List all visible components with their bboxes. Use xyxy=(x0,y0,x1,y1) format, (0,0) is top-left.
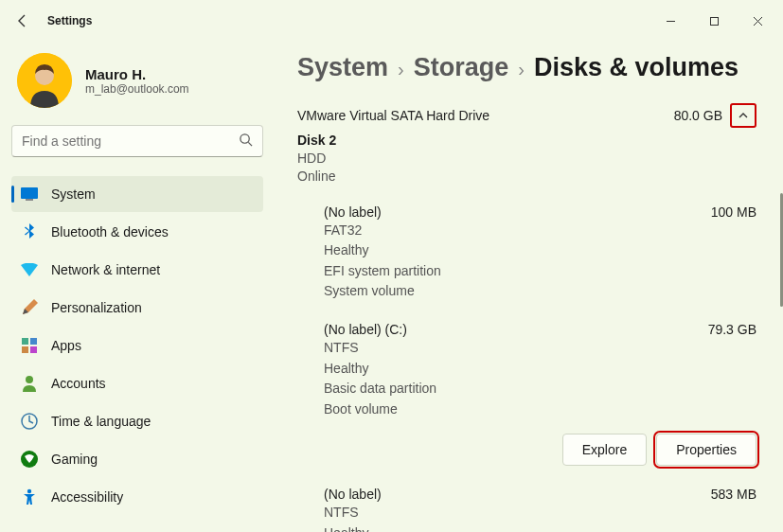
volume-label: (No label) (C:) xyxy=(324,322,407,337)
volume-health: Healthy xyxy=(324,524,756,532)
volume-item[interactable]: (No label) 100 MB FAT32 Healthy EFI syst… xyxy=(324,204,756,301)
maximize-button[interactable] xyxy=(692,6,736,36)
sidebar-item-apps[interactable]: Apps xyxy=(11,328,263,364)
volume-fs: NTFS xyxy=(324,339,756,358)
user-name: Mauro H. xyxy=(85,66,189,82)
volume-health: Healthy xyxy=(324,241,756,260)
sidebar-item-label: System xyxy=(51,186,96,202)
close-button[interactable] xyxy=(736,6,779,36)
scrollbar[interactable] xyxy=(777,42,783,532)
svg-rect-7 xyxy=(30,338,37,345)
volume-label: (No label) xyxy=(324,487,382,502)
svg-rect-4 xyxy=(21,187,38,199)
volume-role: Boot volume xyxy=(324,400,756,419)
volumes-list: (No label) 100 MB FAT32 Healthy EFI syst… xyxy=(297,204,756,532)
time-language-icon xyxy=(21,413,38,430)
volume-size: 100 MB xyxy=(711,204,756,220)
search-box[interactable] xyxy=(11,125,263,157)
sidebar-item-label: Accessibility xyxy=(51,489,123,505)
system-icon xyxy=(21,186,38,203)
sidebar-item-label: Accounts xyxy=(51,376,106,391)
breadcrumb-system[interactable]: System xyxy=(297,53,388,82)
disk-type: HDD xyxy=(297,150,756,168)
svg-point-13 xyxy=(27,489,31,493)
volume-health: Healthy xyxy=(324,360,756,379)
sidebar-item-gaming[interactable]: Gaming xyxy=(11,441,263,477)
disk-status: Online xyxy=(297,168,756,186)
svg-rect-9 xyxy=(30,346,37,353)
page-title: Disks & volumes xyxy=(534,53,739,82)
sidebar-item-label: Gaming xyxy=(51,452,98,467)
titlebar: Settings xyxy=(0,0,783,42)
chevron-up-icon xyxy=(738,110,749,121)
sidebar-item-bluetooth[interactable]: Bluetooth & devices xyxy=(11,214,263,250)
sidebar-item-accessibility[interactable]: Accessibility xyxy=(11,479,263,515)
svg-rect-5 xyxy=(26,199,33,201)
chevron-right-icon: › xyxy=(398,59,404,80)
window-title: Settings xyxy=(47,14,92,27)
sidebar-item-personalization[interactable]: Personalization xyxy=(11,290,263,326)
sidebar: Mauro H. m_lab@outlook.com System Blue xyxy=(0,42,275,532)
nav: System Bluetooth & devices Network & int… xyxy=(11,176,263,515)
disk-size: 80.0 GB xyxy=(674,108,722,123)
volume-actions: Explore Properties xyxy=(324,434,756,466)
collapse-button[interactable] xyxy=(730,103,756,128)
user-email: m_lab@outlook.com xyxy=(85,82,189,96)
volume-role: System volume xyxy=(324,282,756,301)
sidebar-item-system[interactable]: System xyxy=(11,176,263,212)
maximize-icon xyxy=(709,16,720,27)
sidebar-item-network[interactable]: Network & internet xyxy=(11,252,263,288)
volume-item[interactable]: (No label) 583 MB NTFS Healthy Microsoft… xyxy=(324,487,756,532)
gaming-icon xyxy=(21,451,38,468)
svg-point-3 xyxy=(240,134,249,143)
volume-item[interactable]: (No label) (C:) 79.3 GB NTFS Healthy Bas… xyxy=(324,322,756,466)
volume-size: 79.3 GB xyxy=(708,322,756,337)
svg-rect-8 xyxy=(22,346,28,353)
volume-fs: FAT32 xyxy=(324,222,756,240)
apps-icon xyxy=(21,337,38,354)
disk-name: Disk 2 xyxy=(297,132,756,150)
search-icon xyxy=(239,133,253,150)
bluetooth-icon xyxy=(21,223,38,240)
sidebar-item-label: Bluetooth & devices xyxy=(51,224,169,239)
arrow-left-icon xyxy=(15,13,30,28)
window-controls xyxy=(649,6,779,36)
network-icon xyxy=(21,261,38,278)
chevron-right-icon: › xyxy=(518,59,525,80)
user-header[interactable]: Mauro H. m_lab@outlook.com xyxy=(11,45,263,125)
disk-title: VMware Virtual SATA Hard Drive xyxy=(297,108,489,123)
explore-button[interactable]: Explore xyxy=(562,434,647,466)
svg-rect-6 xyxy=(22,338,28,345)
volume-size: 583 MB xyxy=(711,487,756,502)
breadcrumb-storage[interactable]: Storage xyxy=(414,53,509,82)
sidebar-item-accounts[interactable]: Accounts xyxy=(11,365,263,401)
volume-label: (No label) xyxy=(324,204,382,220)
svg-point-10 xyxy=(26,376,33,383)
content: System › Storage › Disks & volumes VMwar… xyxy=(275,42,783,532)
sidebar-item-label: Personalization xyxy=(51,300,142,315)
volume-fs: NTFS xyxy=(324,504,756,523)
volume-partition: Basic data partition xyxy=(324,380,756,399)
disk-header: VMware Virtual SATA Hard Drive 80.0 GB xyxy=(297,103,756,128)
close-icon xyxy=(753,16,763,27)
svg-rect-0 xyxy=(710,17,718,25)
accessibility-icon xyxy=(21,488,38,505)
back-button[interactable] xyxy=(4,2,42,40)
search-input[interactable] xyxy=(22,133,239,149)
sidebar-item-label: Time & language xyxy=(51,414,151,429)
accounts-icon xyxy=(21,375,38,392)
properties-button[interactable]: Properties xyxy=(656,434,756,466)
minimize-button[interactable] xyxy=(649,6,692,36)
sidebar-item-label: Network & internet xyxy=(51,262,160,277)
minimize-icon xyxy=(666,16,676,27)
sidebar-item-time-language[interactable]: Time & language xyxy=(11,403,263,439)
sidebar-item-label: Apps xyxy=(51,338,81,353)
breadcrumb: System › Storage › Disks & volumes xyxy=(297,53,756,82)
personalization-icon xyxy=(21,299,38,316)
volume-partition: EFI system partition xyxy=(324,262,756,281)
avatar xyxy=(17,53,72,108)
